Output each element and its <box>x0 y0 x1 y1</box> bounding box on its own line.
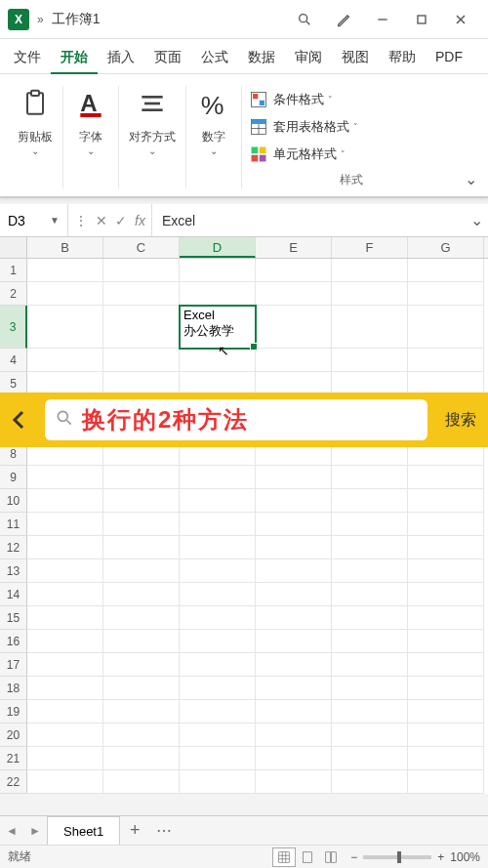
cell[interactable] <box>408 653 484 677</box>
cell[interactable] <box>27 606 103 630</box>
cell[interactable] <box>332 723 408 747</box>
cell[interactable] <box>180 513 256 536</box>
menu-data[interactable]: 数据 <box>238 39 285 74</box>
fx-icon[interactable]: fx <box>135 213 145 228</box>
ribbon-group-align[interactable]: 对齐方式 ⌄ <box>119 86 186 188</box>
name-box[interactable]: D3 ▼ <box>0 204 68 236</box>
cell[interactable] <box>256 559 332 583</box>
cell[interactable] <box>332 259 408 282</box>
cell[interactable] <box>27 466 103 489</box>
cell[interactable] <box>332 770 408 794</box>
cell[interactable] <box>332 700 408 723</box>
overlay-search-button[interactable]: 搜索 <box>433 410 488 431</box>
page-layout-view-icon[interactable] <box>296 847 319 867</box>
cell[interactable] <box>332 630 408 653</box>
formula-expand-button[interactable]: ⌄ <box>465 211 488 229</box>
cell[interactable] <box>408 723 484 747</box>
menu-home[interactable]: 开始 <box>51 39 98 74</box>
cell[interactable] <box>256 282 332 306</box>
conditional-format-button[interactable]: 条件格式˅ <box>250 86 453 113</box>
row-header[interactable]: 18 <box>0 677 27 700</box>
sheet-nav-next[interactable]: ► <box>23 824 47 838</box>
col-header-c[interactable]: C <box>103 237 180 258</box>
cell[interactable] <box>180 583 256 606</box>
sheet-tab-1[interactable]: Sheet1 <box>47 816 120 846</box>
row-header[interactable]: 9 <box>0 466 27 489</box>
cell[interactable] <box>332 349 408 372</box>
cell[interactable] <box>408 606 484 630</box>
cell[interactable] <box>408 770 484 794</box>
cell[interactable] <box>408 282 484 306</box>
zoom-out-button[interactable]: − <box>350 850 357 864</box>
col-header-f[interactable]: F <box>332 237 408 258</box>
cell[interactable] <box>256 536 332 559</box>
cell[interactable] <box>27 770 103 794</box>
row-header[interactable]: 17 <box>0 653 27 677</box>
sheet-options-icon[interactable]: ⋯ <box>149 821 179 840</box>
qat-overflow-icon[interactable]: » <box>37 13 44 26</box>
cell[interactable] <box>332 606 408 630</box>
cell[interactable] <box>256 466 332 489</box>
cell[interactable] <box>180 770 256 794</box>
cell[interactable] <box>27 306 103 349</box>
pen-icon[interactable] <box>324 0 363 39</box>
cell[interactable] <box>332 677 408 700</box>
maximize-button[interactable] <box>402 0 441 39</box>
cell[interactable] <box>256 677 332 700</box>
cell[interactable] <box>408 466 484 489</box>
cell[interactable] <box>103 770 180 794</box>
cell[interactable] <box>332 466 408 489</box>
cell[interactable]: Excel办公教学↖ <box>180 306 256 349</box>
menu-view[interactable]: 视图 <box>332 39 379 74</box>
cell[interactable] <box>180 489 256 513</box>
cell[interactable] <box>256 306 332 349</box>
cell[interactable] <box>408 630 484 653</box>
cell[interactable] <box>408 559 484 583</box>
row-header[interactable]: 22 <box>0 770 27 794</box>
cell[interactable] <box>27 653 103 677</box>
menu-file[interactable]: 文件 <box>4 39 51 74</box>
cell[interactable] <box>27 349 103 372</box>
cell[interactable] <box>103 677 180 700</box>
row-header[interactable]: 21 <box>0 747 27 770</box>
row-header[interactable]: 2 <box>0 282 27 306</box>
cell[interactable] <box>27 677 103 700</box>
cell[interactable] <box>27 700 103 723</box>
row-header[interactable]: 15 <box>0 606 27 630</box>
menu-page[interactable]: 页面 <box>144 39 191 74</box>
cell[interactable] <box>332 653 408 677</box>
row-header[interactable]: 4 <box>0 349 27 372</box>
cell[interactable] <box>103 282 180 306</box>
cell[interactable] <box>103 559 180 583</box>
cell[interactable] <box>332 583 408 606</box>
formula-input[interactable]: Excel <box>152 213 465 228</box>
cell-styles-button[interactable]: 单元格样式˅ <box>250 141 453 168</box>
cell[interactable] <box>180 677 256 700</box>
cell[interactable] <box>180 630 256 653</box>
cell[interactable] <box>180 700 256 723</box>
cell[interactable] <box>27 747 103 770</box>
table-format-button[interactable]: 套用表格格式˅ <box>250 113 453 141</box>
cell[interactable] <box>408 747 484 770</box>
cell[interactable] <box>180 259 256 282</box>
cell[interactable] <box>256 489 332 513</box>
col-header-b[interactable]: B <box>27 237 103 258</box>
cell[interactable] <box>103 747 180 770</box>
cell[interactable] <box>103 653 180 677</box>
ribbon-collapse-button[interactable]: ⌄ <box>461 86 480 188</box>
cell[interactable] <box>103 349 180 372</box>
menu-pdf[interactable]: PDF <box>426 39 472 74</box>
dropdown-icon[interactable]: ⋮ <box>74 213 88 228</box>
cell[interactable] <box>103 723 180 747</box>
cell[interactable] <box>103 606 180 630</box>
cell[interactable] <box>332 282 408 306</box>
ribbon-group-clipboard[interactable]: 剪贴板 ⌄ <box>8 86 63 188</box>
cell[interactable] <box>180 282 256 306</box>
cell[interactable] <box>256 606 332 630</box>
cell[interactable] <box>256 723 332 747</box>
row-header[interactable]: 10 <box>0 489 27 513</box>
cell[interactable] <box>256 747 332 770</box>
back-arrow-icon[interactable] <box>0 393 39 447</box>
cell[interactable] <box>408 700 484 723</box>
cell[interactable] <box>256 653 332 677</box>
